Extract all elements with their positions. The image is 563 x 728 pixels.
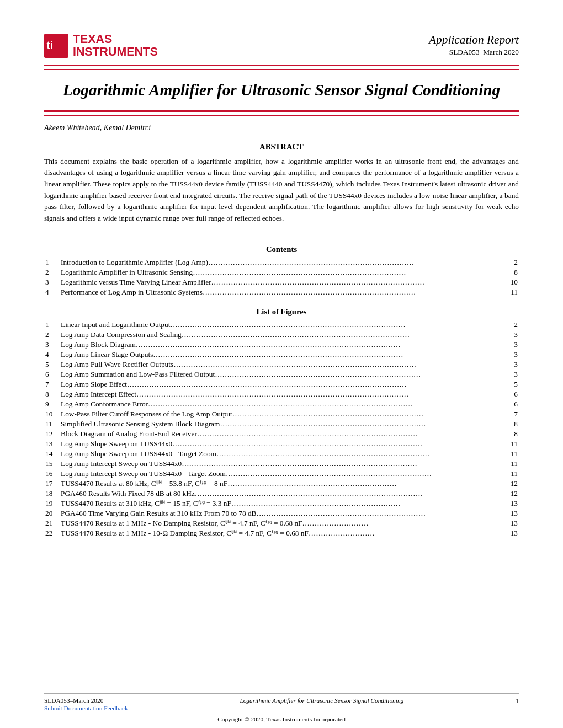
lof-num: 16: [44, 469, 60, 479]
red-rule-thick-2: [44, 110, 519, 112]
lof-num: 14: [44, 449, 60, 459]
lof-row: 19 TUSS4470 Results at 310 kHz, Cᴵᴶᴺ = 1…: [44, 499, 519, 508]
lof-page: 6: [502, 389, 519, 399]
lof-dots: …………………………………………………………………………………………: [172, 440, 422, 448]
lof-row: 16 Log Amp Intercept Sweep on TUSS44x0 -…: [44, 469, 519, 479]
lof-num: 15: [44, 459, 60, 469]
lof-page: 3: [502, 330, 519, 340]
lof-num: 5: [44, 360, 60, 370]
lof-dots: …………………………………………………………………………………: [182, 330, 410, 339]
lof-page: 3: [502, 340, 519, 350]
lof-heading: List of Figures: [44, 307, 519, 317]
toc-section: Contents 1 Introduction to Logarithmic A…: [44, 245, 519, 297]
lof-row: 15 Log Amp Intercept Sweep on TUSS44x0………: [44, 459, 519, 469]
lof-row: 10 Low-Pass Filter Cutoff Responses of t…: [44, 409, 519, 419]
lof-num: 6: [44, 370, 60, 379]
lof-label: Log Amp Intercept Sweep on TUSS44x0 - Ta…: [60, 469, 502, 479]
lof-label: PGA460 Results With Fixed 78 dB at 80 kH…: [60, 489, 502, 499]
lof-row: 11 Simplified Ultrasonic Sensing System …: [44, 419, 519, 429]
svg-text:ti: ti: [46, 40, 53, 52]
lof-row: 1 Linear Input and Logarithmic Output…………: [44, 320, 519, 330]
footer-center: Logarithmic Amplifier for Ultrasonic Sen…: [134, 697, 510, 704]
toc-row: 4 Performance of Log Amp in Ultrasonic S…: [44, 287, 519, 297]
lof-page: 5: [502, 379, 519, 389]
red-rule-thin: [44, 69, 519, 70]
toc-dots: ……………………………………………………………………………: [211, 278, 425, 286]
lof-dots: …………………………………………………………………………………: [195, 489, 423, 497]
report-id: SLDA053–March 2020: [429, 48, 519, 57]
footer-copyright: Copyright © 2020, Texas Instruments Inco…: [0, 716, 563, 722]
ti-logo: ti TEXAS INSTRUMENTS: [44, 33, 158, 59]
lof-page: 8: [502, 429, 519, 439]
red-rule-thick: [44, 65, 519, 66]
lof-row: 4 Log Amp Linear Stage Outputs……………………………: [44, 350, 519, 360]
lof-num: 7: [44, 379, 60, 389]
footer-doc-id: SLDA053–March 2020: [44, 697, 128, 704]
lof-dots: ………………………………………………………………………………………………: [136, 340, 401, 349]
lof-num: 20: [44, 508, 60, 518]
toc-row: 2 Logarithmic Amplifier in Ultrasonic Se…: [44, 267, 519, 277]
ti-brand-text: TEXAS INSTRUMENTS: [73, 33, 158, 59]
lof-page: 6: [502, 399, 519, 409]
toc-label: Logarithmic Amplifier in Ultrasonic Sens…: [60, 267, 502, 277]
lof-section: List of Figures 1 Linear Input and Logar…: [44, 307, 519, 538]
toc-label: Logarithmic versus Time Varying Linear A…: [60, 277, 502, 287]
lof-num: 11: [44, 419, 60, 429]
lof-dots: ………………………………………………………………………………………………: [148, 400, 413, 408]
lof-num: 13: [44, 439, 60, 449]
lof-dots: ……………………………………………………………………………………: [170, 320, 406, 329]
lof-page: 11: [502, 459, 519, 469]
ti-logo-icon: ti: [44, 34, 68, 58]
toc-row: 1 Introduction to Logarithmic Amplifier …: [44, 258, 519, 267]
lof-label: Log Amp Intercept Sweep on TUSS44x0………………: [60, 459, 502, 469]
lof-num: 19: [44, 499, 60, 508]
lof-label: Low-Pass Filter Cutoff Responses of the …: [60, 409, 502, 419]
lof-label: Log Amp Block Diagram……………………………………………………: [60, 340, 502, 350]
lof-label: Log Amp Linear Stage Outputs…………………………………: [60, 350, 502, 360]
lof-page: 13: [502, 508, 519, 518]
toc-num: 2: [44, 267, 60, 277]
red-rule-thin-2: [44, 115, 519, 116]
lof-label: Log Amp Conformance Error…………………………………………: [60, 399, 502, 409]
lof-dots: …………………………………………………………………………………………: [153, 350, 403, 358]
lof-page: 11: [502, 439, 519, 449]
toc-num: 4: [44, 287, 60, 297]
lof-row: 2 Log Amp Data Compression and Scaling………: [44, 330, 519, 340]
toc-dots: ……………………………………………………………………………: [203, 288, 416, 296]
section-divider: [44, 237, 519, 237]
lof-label: TUSS4470 Results at 1 MHz - No Damping R…: [60, 518, 502, 528]
lof-row: 21 TUSS4470 Results at 1 MHz - No Dampin…: [44, 518, 519, 528]
lof-row: 12 Block Diagram of Analog Front-End Rec…: [44, 429, 519, 439]
lof-dots: ……………………………………………………………………: [232, 410, 424, 418]
lof-dots: ………………………: [302, 519, 369, 527]
lof-label: Log Amp Intercept Effect……………………………………………: [60, 389, 502, 399]
feedback-link[interactable]: Submit Documentation Feedback: [44, 705, 128, 711]
lof-num: 12: [44, 429, 60, 439]
lof-label: TUSS4470 Results at 80 kHz, Cᴵᴶᴺ = 53.8 …: [60, 479, 502, 489]
lof-label: Log Amp Slope Effect………………………………………………………: [60, 379, 502, 389]
toc-page: 11: [502, 287, 519, 297]
lof-table: 1 Linear Input and Logarithmic Output…………: [44, 320, 519, 538]
lof-row: 8 Log Amp Intercept Effect………………………………………: [44, 389, 519, 399]
lof-row: 3 Log Amp Block Diagram………………………………………………: [44, 340, 519, 350]
toc-dots: …………………………………………………………………………: [208, 258, 414, 266]
lof-num: 17: [44, 479, 60, 489]
lof-row: 18 PGA460 Results With Fixed 78 dB at 80…: [44, 489, 519, 499]
lof-label: Log Amp Slope Sweep on TUSS44x0…………………………: [60, 439, 502, 449]
lof-label: Log Amp Summation and Low-Pass Filtered …: [60, 370, 502, 379]
lof-row: 17 TUSS4470 Results at 80 kHz, Cᴵᴶᴺ = 53…: [44, 479, 519, 489]
ti-brand-line1: TEXAS: [73, 33, 158, 46]
toc-label: Performance of Log Amp in Ultrasonic Sys…: [60, 287, 502, 297]
lof-label: TUSS4470 Results at 310 kHz, Cᴵᴶᴺ = 15 n…: [60, 499, 502, 508]
lof-dots: ………………………: [309, 529, 375, 537]
toc-page: 2: [502, 258, 519, 267]
lof-dots: ……………………………………………………………: [227, 479, 397, 488]
lof-row: 22 TUSS4470 Results at 1 MHz - 10-Ω Damp…: [44, 528, 519, 538]
toc-label: Introduction to Logarithmic Amplifier (L…: [60, 258, 502, 267]
report-info: Application Report SLDA053–March 2020: [429, 33, 519, 57]
lof-page: 11: [502, 469, 519, 479]
lof-num: 21: [44, 518, 60, 528]
toc-dots: ……………………………………………………………………………: [193, 268, 406, 276]
lof-num: 10: [44, 409, 60, 419]
lof-dots: ………………………………………………………………………………………: [173, 360, 416, 368]
